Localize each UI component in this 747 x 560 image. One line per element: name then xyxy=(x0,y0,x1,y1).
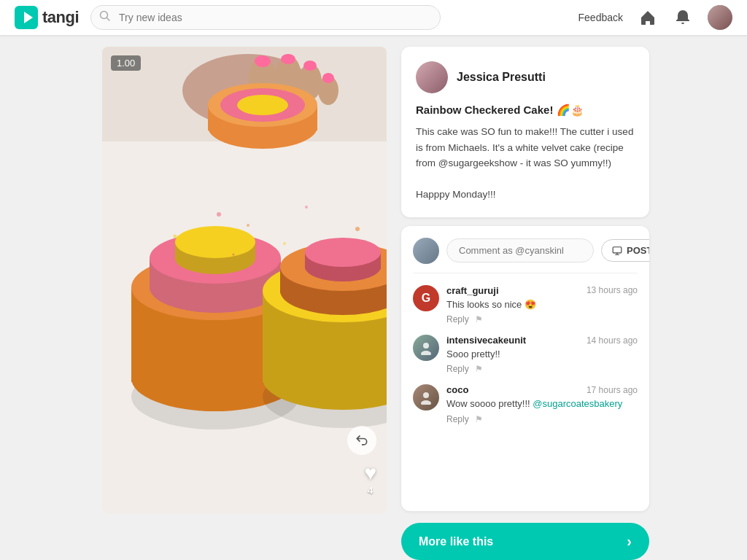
post-author: Jessica Presutti xyxy=(416,61,635,93)
right-panel: Jessica Presutti Rainbow Checkered Cake!… xyxy=(387,47,664,560)
heart-icon: ♥ xyxy=(364,462,376,485)
avatar-letter-1: G xyxy=(422,292,430,305)
post-button-label: POST xyxy=(627,245,649,256)
comment-user-avatar xyxy=(413,238,439,264)
svg-point-50 xyxy=(423,392,429,398)
comment-body-2: intensivecakeunit 14 hours ago Sooo pret… xyxy=(446,335,638,374)
comment-username-3: coco xyxy=(446,384,468,395)
comment-body-1: craft_guruji 13 hours ago This looks so … xyxy=(446,285,638,324)
svg-point-41 xyxy=(247,224,249,227)
svg-point-45 xyxy=(283,242,286,245)
search-bar xyxy=(90,5,441,30)
comments-card: POST G craft_guruji 13 hours ago This l xyxy=(401,226,649,511)
comment-username-2: intensivecakeunit xyxy=(446,335,526,346)
svg-point-51 xyxy=(421,400,431,405)
svg-line-3 xyxy=(107,18,110,21)
like-button[interactable]: ♥ 4 xyxy=(364,462,376,496)
comment-actions-1: Reply ⚑ xyxy=(446,314,638,324)
comment-text-2: Sooo pretty!! xyxy=(446,348,638,361)
author-avatar xyxy=(416,61,448,93)
svg-point-11 xyxy=(255,55,271,67)
post-description: This cake was SO fun to make!!! The cutt… xyxy=(416,124,635,203)
like-count: 4 xyxy=(368,485,373,496)
post-card: Jessica Presutti Rainbow Checkered Cake!… xyxy=(401,47,649,217)
comment-item-2: intensivecakeunit 14 hours ago Sooo pret… xyxy=(413,335,638,374)
post-title: Rainbow Checkered Cake! 🌈🎂 xyxy=(416,104,635,117)
svg-point-49 xyxy=(421,351,431,355)
svg-point-39 xyxy=(305,238,381,267)
comment-actions-2: Reply ⚑ xyxy=(446,364,638,374)
flag-icon-3[interactable]: ⚑ xyxy=(475,414,483,424)
more-like-this-button[interactable]: More like this › xyxy=(401,523,649,560)
svg-point-42 xyxy=(174,235,177,238)
comment-time-3: 17 hours ago xyxy=(587,385,638,395)
main-content: 1.00 ♥ 4 Jessica Presutti Rainbow Checke… xyxy=(0,35,747,560)
video-thumbnail xyxy=(102,47,387,513)
svg-point-40 xyxy=(217,212,221,217)
svg-point-46 xyxy=(233,254,235,256)
svg-point-43 xyxy=(305,206,308,209)
commenter-avatar-2 xyxy=(413,335,439,361)
reply-button-3[interactable]: Reply xyxy=(446,414,469,424)
reply-button-1[interactable]: Reply xyxy=(446,314,469,324)
tangi-logo-icon xyxy=(15,6,38,29)
comment-header-1: craft_guruji 13 hours ago xyxy=(446,285,638,296)
comment-header-3: coco 17 hours ago xyxy=(446,384,638,395)
comment-text-3: Wow soooo pretty!!! @sugarcoatesbakery xyxy=(446,397,638,411)
logo[interactable]: tangi xyxy=(15,6,79,29)
search-input[interactable] xyxy=(90,5,441,30)
comment-text-1: This looks so nice 😍 xyxy=(446,298,638,311)
notification-icon[interactable] xyxy=(673,7,693,28)
svg-point-48 xyxy=(423,343,429,349)
header: tangi Feedback xyxy=(0,0,747,35)
author-name: Jessica Presutti xyxy=(457,71,546,84)
post-comment-button[interactable]: POST xyxy=(601,239,649,262)
video-panel: 1.00 ♥ 4 xyxy=(102,47,387,513)
more-like-label: More like this xyxy=(419,535,493,548)
search-icon xyxy=(99,10,111,25)
comment-header-2: intensivecakeunit 14 hours ago xyxy=(446,335,638,346)
home-icon[interactable] xyxy=(638,7,658,28)
flag-icon-2[interactable]: ⚑ xyxy=(475,364,483,374)
comment-username-1: craft_guruji xyxy=(446,285,499,296)
arrow-icon: › xyxy=(627,533,632,550)
comment-item-3: coco 17 hours ago Wow soooo pretty!!! @s… xyxy=(413,384,638,424)
comment-body-3: coco 17 hours ago Wow soooo pretty!!! @s… xyxy=(446,384,638,424)
user-avatar[interactable] xyxy=(708,5,732,30)
reply-button-2[interactable]: Reply xyxy=(446,364,469,374)
comment-input[interactable] xyxy=(446,238,594,262)
share-button[interactable] xyxy=(347,426,376,455)
svg-point-44 xyxy=(355,227,360,231)
comment-time-2: 14 hours ago xyxy=(587,335,638,346)
comment-item: G craft_guruji 13 hours ago This looks s… xyxy=(413,285,638,324)
commenter-avatar-3 xyxy=(413,384,439,411)
comment-actions-3: Reply ⚑ xyxy=(446,414,638,424)
flag-icon-1[interactable]: ⚑ xyxy=(475,314,483,324)
logo-text: tangi xyxy=(42,8,79,27)
svg-point-13 xyxy=(303,61,317,71)
timestamp-badge: 1.00 xyxy=(111,55,141,71)
comment-time-1: 13 hours ago xyxy=(587,285,638,295)
header-right: Feedback xyxy=(578,5,732,30)
comment-input-row: POST xyxy=(413,238,638,273)
svg-point-12 xyxy=(281,54,295,64)
svg-rect-47 xyxy=(613,247,622,253)
comment-list: G craft_guruji 13 hours ago This looks s… xyxy=(413,285,638,424)
feedback-link[interactable]: Feedback xyxy=(578,12,623,23)
svg-point-14 xyxy=(322,73,334,83)
commenter-avatar-1: G xyxy=(413,285,439,311)
svg-point-19 xyxy=(237,95,288,115)
svg-point-29 xyxy=(175,226,255,258)
